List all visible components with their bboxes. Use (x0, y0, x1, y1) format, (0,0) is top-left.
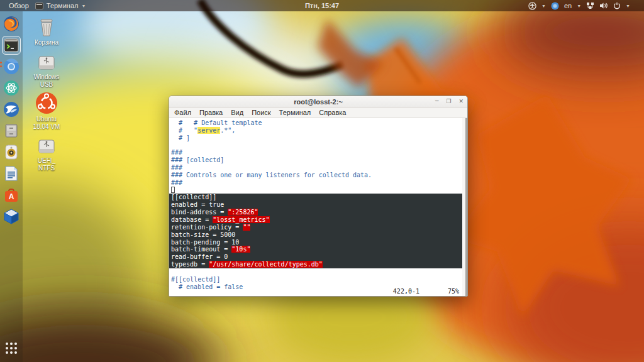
dock-item-file-manager[interactable] (3, 122, 20, 140)
running-indicator-dot (0, 62, 2, 63)
minimize-button[interactable]: ─ (435, 99, 438, 104)
text-segment: .*", (220, 127, 235, 134)
terminal-line: retention-policy = "" (169, 224, 467, 231)
volume-icon[interactable] (599, 2, 608, 9)
terminal-scrollbar[interactable] (462, 118, 467, 296)
power-icon[interactable] (613, 2, 621, 9)
svg-text:A: A (9, 192, 14, 201)
focused-app-label: Терминал (47, 2, 79, 9)
activities-button[interactable]: Обзор (9, 2, 29, 9)
text-segment: ### (171, 179, 182, 186)
close-button[interactable]: ✕ (458, 99, 464, 104)
text-segment: # " (171, 127, 197, 134)
terminal-line: # "server.*", (169, 127, 467, 134)
dock-item-libreoffice-writer[interactable] (3, 165, 20, 182)
menu-file[interactable]: Файл (174, 109, 191, 116)
accessibility-icon[interactable] (528, 2, 536, 10)
text-segment: # ] (171, 134, 190, 141)
terminal-line: batch-size = 5000 (169, 231, 467, 239)
focused-app-menu[interactable]: Терминал ▼ (35, 2, 86, 9)
window-menubar: Файл Правка Вид Поиск Терминал Справка (169, 107, 467, 118)
window-title: root@losst-2:~ (294, 98, 343, 106)
icon-label: 18.04 VM (26, 123, 67, 131)
text-segment: ### [collectd] (171, 156, 224, 163)
chevron-down-icon: ▼ (626, 4, 630, 8)
terminal-line (169, 187, 467, 194)
chevron-down-icon: ▼ (81, 4, 86, 8)
chromium-icon (3, 58, 19, 75)
terminal-line (169, 142, 467, 150)
scrollbar-thumb[interactable] (465, 118, 467, 296)
menu-edit[interactable]: Правка (199, 109, 223, 116)
wired-network-icon[interactable] (586, 2, 594, 9)
terminal-content[interactable]: # # Default template # "server.*", # ]##… (169, 118, 467, 296)
dock-item-rhythmbox[interactable] (3, 143, 20, 161)
trash-icon (37, 18, 56, 38)
icon-label: NTFS (26, 165, 67, 172)
text-segment: ### Controls one or many listeners for c… (171, 172, 372, 178)
terminal-mini-icon (35, 3, 43, 9)
show-applications-button[interactable] (3, 339, 20, 357)
menu-view[interactable]: Вид (231, 109, 243, 116)
text-segment: retention-policy = (171, 224, 243, 231)
icon-label: UEFI_ (26, 157, 67, 165)
top-bar: Обзор Терминал ▼ Птн, 15:47 ▼ en ▼ (0, 0, 644, 11)
text-segment: bind-address = (171, 209, 228, 216)
menu-search[interactable]: Поиск (252, 109, 270, 116)
text-segment: server (197, 127, 220, 134)
vim-status-row: 422,0-1 75% (169, 288, 467, 295)
maximize-button[interactable]: ❐ (446, 99, 451, 104)
text-segment: batch-timeout = (171, 246, 231, 253)
terminal-line: bind-address = ":25826" (169, 209, 467, 216)
terminal-line: batch-timeout = "10s" (169, 246, 467, 253)
terminal-line: [[collectd]] (169, 194, 467, 201)
dock-item-terminal[interactable] (3, 36, 20, 54)
keyboard-layout-indicator[interactable]: en (564, 2, 572, 9)
icon-label: Ubuntu (26, 116, 67, 123)
desktop-icon-ubuntu-vm[interactable]: Ubuntu 18.04 VM (26, 92, 67, 131)
terminal-window: root@losst-2:~ ─ ❐ ✕ Файл Правка Вид Пои… (169, 96, 468, 297)
chevron-down-icon: ▼ (577, 4, 581, 8)
dock-item-ubuntu-software[interactable]: A (3, 186, 20, 204)
text-segment: typesdb = (171, 261, 209, 268)
dock-item-virtualbox[interactable] (3, 207, 20, 225)
text-segment: batch-pending = 10 (171, 239, 239, 246)
terminal-line: typesdb = "/usr/share/collectd/types.db" (169, 261, 467, 268)
window-titlebar[interactable]: root@losst-2:~ ─ ❐ ✕ (169, 96, 467, 107)
dock-item-firefox[interactable] (3, 15, 20, 33)
vim-scroll-percent: 75% (448, 288, 459, 295)
dock-item-chromium[interactable] (3, 58, 20, 75)
terminal-line: ### (169, 179, 467, 187)
usb-drive-icon (36, 137, 57, 156)
text-segment: database = (171, 216, 213, 223)
icon-label: Корзина (26, 39, 67, 47)
usb-drive-icon (36, 53, 57, 72)
terminal-icon (4, 38, 19, 53)
icon-label: USB (26, 81, 67, 89)
text-segment: ":25826" (228, 209, 258, 216)
terminal-line: enabled = true (169, 201, 467, 209)
text-segment: #[[collectd]] (171, 276, 220, 283)
text-segment: "/usr/share/collectd/types.db" (209, 261, 323, 268)
writer-document-icon (4, 166, 18, 181)
thunderbird-icon (3, 101, 19, 118)
terminal-line: # # Default template (169, 119, 467, 127)
terminal-line: ### (169, 149, 467, 156)
text-segment: read-buffer = 0 (171, 253, 228, 260)
text-cursor (171, 187, 175, 193)
menu-help[interactable]: Справка (319, 109, 346, 116)
firefox-icon (3, 16, 19, 32)
dock-item-thunderbird[interactable] (3, 101, 20, 118)
desktop-icon-windows-usb[interactable]: Windows USB (26, 53, 67, 89)
desktop-icon-trash[interactable]: Корзина (26, 18, 67, 47)
music-player-icon (4, 145, 19, 160)
dock-item-green-atom-app[interactable] (3, 79, 20, 97)
menu-terminal[interactable]: Терминал (279, 109, 311, 116)
text-segment: ### (171, 164, 182, 171)
terminal-line: #[[collectd]] (169, 276, 467, 283)
file-cabinet-icon (4, 123, 19, 138)
terminal-line: ### (169, 164, 467, 172)
chromium-tray-icon[interactable] (551, 2, 559, 10)
desktop-icon-uefi-ntfs[interactable]: UEFI_ NTFS (26, 137, 67, 172)
software-store-icon: A (4, 187, 19, 202)
